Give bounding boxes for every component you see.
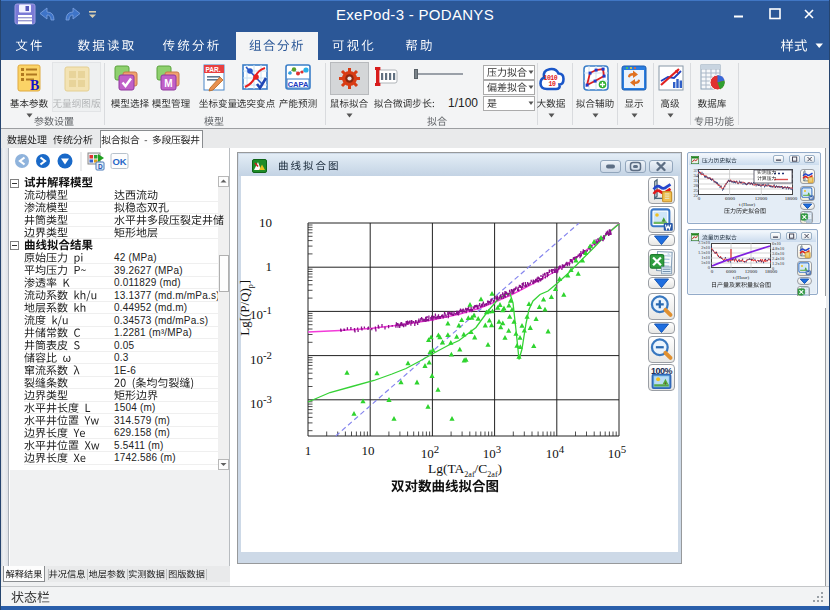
svg-text:CAPA: CAPA bbox=[288, 80, 309, 89]
svg-text:PAR.: PAR. bbox=[206, 66, 221, 73]
svg-text:D: D bbox=[98, 163, 103, 170]
svg-text:10: 10 bbox=[549, 81, 556, 88]
svg-text:OK: OK bbox=[112, 156, 126, 167]
svg-text:M: M bbox=[164, 78, 172, 89]
svg-text:B: B bbox=[30, 78, 39, 93]
